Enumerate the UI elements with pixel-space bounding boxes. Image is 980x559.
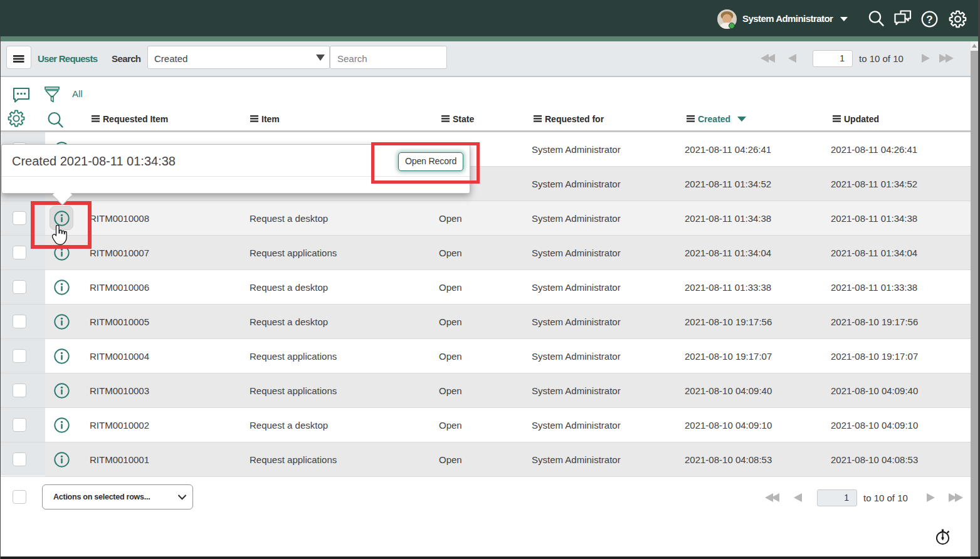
- svg-text:?: ?: [926, 14, 932, 26]
